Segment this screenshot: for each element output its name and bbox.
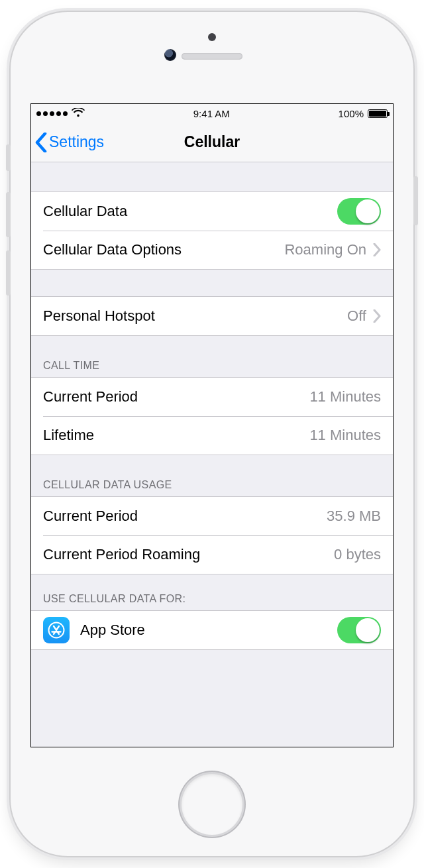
chevron-right-icon [373, 243, 381, 256]
nav-bar: Settings Cellular [31, 123, 393, 162]
volume-up-button [6, 192, 11, 237]
status-time: 9:41 AM [193, 108, 230, 119]
status-bar: 9:41 AM 100% [31, 104, 393, 123]
volume-down-button [6, 250, 11, 296]
group-cellular: Cellular Data Cellular Data Options Roam… [31, 191, 393, 270]
wifi-icon [72, 108, 85, 119]
page-title: Cellular [184, 133, 240, 151]
row-data-current-period: Current Period 35.9 MB [31, 497, 393, 535]
back-label: Settings [49, 133, 104, 151]
chevron-left-icon [35, 133, 47, 152]
iphone-frame: 9:41 AM 100% Settings Cellular Cellular … [11, 12, 413, 856]
row-label: Cellular Data Options [43, 241, 284, 258]
row-cellular-data[interactable]: Cellular Data [31, 192, 393, 231]
row-label: Personal Hotspot [43, 307, 347, 325]
row-personal-hotspot[interactable]: Personal Hotspot Off [31, 297, 393, 335]
group-data-usage: Current Period 35.9 MB Current Period Ro… [31, 496, 393, 574]
row-app-store[interactable]: App Store [31, 611, 393, 649]
row-data-current-period-roaming: Current Period Roaming 0 bytes [31, 535, 393, 574]
power-button [413, 176, 418, 225]
row-label: App Store [80, 622, 337, 639]
group-hotspot: Personal Hotspot Off [31, 296, 393, 336]
row-cellular-data-options[interactable]: Cellular Data Options Roaming On [31, 231, 393, 269]
proximity-sensor [208, 33, 216, 41]
mute-switch [6, 144, 11, 171]
battery-percent: 100% [339, 108, 364, 119]
cellular-data-toggle[interactable] [337, 198, 381, 225]
group-call-time: Current Period 11 Minutes Lifetime 11 Mi… [31, 377, 393, 455]
row-value: Off [347, 307, 366, 325]
row-call-current-period: Current Period 11 Minutes [31, 378, 393, 416]
earpiece-speaker [182, 53, 242, 60]
row-label: Current Period Roaming [43, 546, 334, 563]
row-value: 0 bytes [334, 546, 381, 563]
screen: 9:41 AM 100% Settings Cellular Cellular … [30, 103, 394, 747]
section-header-call-time: CALL TIME [31, 336, 393, 377]
row-label: Current Period [43, 508, 327, 525]
section-header-use-data-for: USE CELLULAR DATA FOR: [31, 574, 393, 610]
home-button[interactable] [182, 774, 242, 835]
row-label: Current Period [43, 388, 309, 406]
group-use-data-for: App Store [31, 610, 393, 650]
row-call-lifetime: Lifetime 11 Minutes [31, 416, 393, 455]
front-camera [164, 49, 176, 61]
back-button[interactable]: Settings [35, 123, 104, 162]
row-value: 35.9 MB [327, 508, 381, 525]
row-value: 11 Minutes [309, 388, 381, 406]
section-header-data-usage: CELLULAR DATA USAGE [31, 455, 393, 496]
chevron-right-icon [373, 309, 381, 323]
signal-strength-icon [36, 111, 68, 116]
row-label: Lifetime [43, 427, 309, 444]
settings-content[interactable]: Cellular Data Cellular Data Options Roam… [31, 162, 393, 747]
app-store-toggle[interactable] [337, 617, 381, 643]
row-value: 11 Minutes [309, 427, 381, 444]
row-label: Cellular Data [43, 203, 337, 220]
row-value: Roaming On [284, 241, 366, 258]
battery-icon [368, 109, 388, 118]
app-store-icon [43, 617, 70, 643]
